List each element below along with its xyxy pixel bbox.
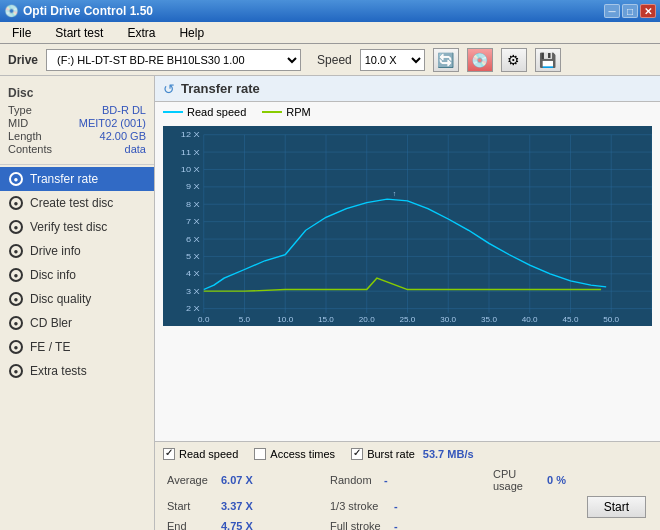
settings-button[interactable]: ⚙ xyxy=(501,48,527,72)
start-stat: Start 3.37 X xyxy=(163,494,326,518)
drive-info-icon: ● xyxy=(8,243,24,259)
sidebar-item-cd-bler[interactable]: ●CD Bler xyxy=(0,311,154,335)
sidebar-item-verify-test-disc[interactable]: ●Verify test disc xyxy=(0,215,154,239)
menu-item-file[interactable]: File xyxy=(6,24,37,42)
read-speed-checkbox-item[interactable]: ✓ Read speed xyxy=(163,448,238,460)
sidebar: Disc TypeBD-R DLMIDMEIT02 (001)Length42.… xyxy=(0,76,155,530)
svg-text:9 X: 9 X xyxy=(186,182,200,191)
svg-text:4 X: 4 X xyxy=(186,269,200,278)
speed-label: Speed xyxy=(317,53,352,67)
legend-read-speed: Read speed xyxy=(163,106,246,118)
sidebar-item-fe-te[interactable]: ●FE / TE xyxy=(0,335,154,359)
read-speed-checkbox[interactable]: ✓ xyxy=(163,448,175,460)
svg-text:15.0: 15.0 xyxy=(318,315,334,323)
svg-text:25.0: 25.0 xyxy=(400,315,416,323)
legend-rpm-label: RPM xyxy=(286,106,310,118)
chart-svg: 12 X 11 X 10 X 9 X 8 X 7 X 6 X 5 X 4 X 3… xyxy=(163,126,652,326)
chart-header: ↺ Transfer rate xyxy=(155,76,660,102)
svg-text:6 X: 6 X xyxy=(186,234,200,243)
svg-text:45.0: 45.0 xyxy=(563,315,579,323)
svg-text:3 X: 3 X xyxy=(186,286,200,295)
sidebar-label-verify-test-disc: Verify test disc xyxy=(30,220,107,234)
sidebar-divider xyxy=(0,164,154,165)
drive-select[interactable]: (F:) HL-DT-ST BD-RE BH10LS30 1.00 xyxy=(46,49,301,71)
read-speed-checkbox-label: Read speed xyxy=(179,448,238,460)
start-btn-container: Start xyxy=(489,494,652,518)
close-button[interactable]: ✕ xyxy=(640,4,656,18)
app-title: Opti Drive Control 1.50 xyxy=(23,4,153,18)
access-times-checkbox-item[interactable]: Access times xyxy=(254,448,335,460)
chart-legend: Read speed RPM xyxy=(155,102,660,122)
svg-text:5.0: 5.0 xyxy=(239,315,250,323)
average-stat: Average 6.07 X xyxy=(163,466,326,494)
svg-text:11 X: 11 X xyxy=(181,147,200,156)
sidebar-label-cd-bler: CD Bler xyxy=(30,316,72,330)
svg-text:8 X: 8 X xyxy=(186,200,200,209)
drivebar: Drive (F:) HL-DT-ST BD-RE BH10LS30 1.00 … xyxy=(0,44,660,76)
menu-item-help[interactable]: Help xyxy=(173,24,210,42)
drive-label: Drive xyxy=(8,53,38,67)
start-button[interactable]: Start xyxy=(587,496,646,518)
refresh-button[interactable]: 🔄 xyxy=(433,48,459,72)
cpu-usage-stat: CPU usage 0 % xyxy=(489,466,652,494)
fe-te-icon: ● xyxy=(8,339,24,355)
disc-row-type: TypeBD-R DL xyxy=(8,104,146,116)
sidebar-item-drive-info[interactable]: ●Drive info xyxy=(0,239,154,263)
sidebar-item-transfer-rate[interactable]: ●Transfer rate xyxy=(0,167,154,191)
svg-text:20.0: 20.0 xyxy=(359,315,375,323)
svg-text:↑: ↑ xyxy=(392,189,396,197)
disc-row-mid: MIDMEIT02 (001) xyxy=(8,117,146,129)
extra-tests-icon: ● xyxy=(8,363,24,379)
titlebar-controls: ─ □ ✕ xyxy=(604,4,656,18)
burst-rate-checkbox-label: Burst rate xyxy=(367,448,415,460)
sidebar-item-extra-tests[interactable]: ●Extra tests xyxy=(0,359,154,383)
menubar: FileStart testExtraHelp xyxy=(0,22,660,44)
access-times-checkbox[interactable] xyxy=(254,448,266,460)
minimize-button[interactable]: ─ xyxy=(604,4,620,18)
sidebar-label-disc-quality: Disc quality xyxy=(30,292,91,306)
create-test-disc-icon: ● xyxy=(8,195,24,211)
burst-rate-checkbox[interactable]: ✓ xyxy=(351,448,363,460)
disc-row-contents: Contentsdata xyxy=(8,143,146,155)
one-third-stat: 1/3 stroke - xyxy=(326,494,489,518)
sidebar-item-create-test-disc[interactable]: ●Create test disc xyxy=(0,191,154,215)
main-area: Disc TypeBD-R DLMIDMEIT02 (001)Length42.… xyxy=(0,76,660,530)
disc-info-icon: ● xyxy=(8,267,24,283)
checkbox-row: ✓ Read speed Access times ✓ Burst rate 5… xyxy=(163,446,652,462)
sidebar-item-disc-quality[interactable]: ●Disc quality xyxy=(0,287,154,311)
menu-item-start-test[interactable]: Start test xyxy=(49,24,109,42)
svg-text:12 X: 12 X xyxy=(181,130,200,139)
svg-text:7 X: 7 X xyxy=(186,217,200,226)
chart-icon: ↺ xyxy=(163,81,175,97)
full-stroke-stat: Full stroke - xyxy=(326,518,489,530)
svg-text:30.0: 30.0 xyxy=(440,315,456,323)
chart-title: Transfer rate xyxy=(181,81,260,96)
svg-text:35.0: 35.0 xyxy=(481,315,497,323)
disc-section-title: Disc xyxy=(0,82,154,102)
disc-quality-icon: ● xyxy=(8,291,24,307)
stats-area: ✓ Read speed Access times ✓ Burst rate 5… xyxy=(155,441,660,530)
burst-rate-value: 53.7 MB/s xyxy=(423,448,474,460)
sidebar-label-disc-info: Disc info xyxy=(30,268,76,282)
svg-text:40.0: 40.0 xyxy=(522,315,538,323)
sidebar-label-extra-tests: Extra tests xyxy=(30,364,87,378)
svg-text:50.0: 50.0 xyxy=(603,315,619,323)
save-button[interactable]: 💾 xyxy=(535,48,561,72)
cd-bler-icon: ● xyxy=(8,315,24,331)
maximize-button[interactable]: □ xyxy=(622,4,638,18)
svg-text:10.0: 10.0 xyxy=(277,315,293,323)
transfer-rate-icon: ● xyxy=(8,171,24,187)
speed-select[interactable]: 10.0 X xyxy=(360,49,425,71)
sidebar-label-create-test-disc: Create test disc xyxy=(30,196,113,210)
access-times-checkbox-label: Access times xyxy=(270,448,335,460)
sidebar-item-disc-info[interactable]: ●Disc info xyxy=(0,263,154,287)
eject-button[interactable]: 💿 xyxy=(467,48,493,72)
random-stat: Random - xyxy=(326,466,489,494)
sidebar-label-fe-te: FE / TE xyxy=(30,340,70,354)
sidebar-label-drive-info: Drive info xyxy=(30,244,81,258)
end-stat: End 4.75 X xyxy=(163,518,326,530)
burst-rate-checkbox-item[interactable]: ✓ Burst rate 53.7 MB/s xyxy=(351,448,473,460)
rpm-color xyxy=(262,111,282,113)
menu-item-extra[interactable]: Extra xyxy=(121,24,161,42)
disc-row-length: Length42.00 GB xyxy=(8,130,146,142)
